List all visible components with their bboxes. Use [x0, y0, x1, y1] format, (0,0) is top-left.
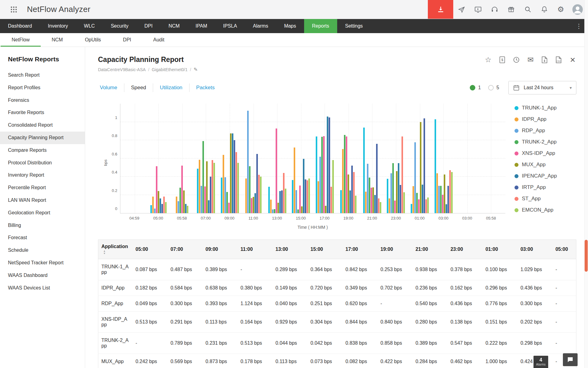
offers-gift-icon[interactable]	[507, 5, 516, 14]
sidebar-item-lan-wan-report[interactable]: LAN WAN Report	[0, 194, 85, 207]
billing-cost-icon[interactable]: $	[499, 56, 506, 64]
tab-packets[interactable]: Packets	[190, 83, 221, 92]
sort-icons[interactable]: ▲▼	[103, 250, 106, 255]
column-header-01-00-11[interactable]: 01:00	[482, 240, 517, 259]
column-header-15-00-6[interactable]: 15:00	[307, 240, 342, 259]
notifications-bell-icon[interactable]	[540, 5, 549, 14]
edit-pencil-icon[interactable]: ✎	[194, 67, 198, 72]
export-csv-icon[interactable]: CSV	[555, 56, 562, 64]
sidebar-item-netspeed-tracker-report[interactable]: NetSpeed Tracker Report	[0, 257, 85, 269]
subnav-item-ncm[interactable]: NCM	[41, 33, 74, 47]
tab-utilization[interactable]: Utilization	[153, 83, 190, 92]
sidebar-item-search-report[interactable]: Search Report	[0, 69, 85, 82]
nav-item-ncm[interactable]: NCM	[160, 19, 187, 33]
bar-irtp-app	[424, 118, 425, 213]
download-button[interactable]	[428, 0, 453, 19]
legend-item-mux-app[interactable]: MUX_App	[514, 162, 576, 168]
subnav-item-oputils[interactable]: OpUtils	[74, 33, 112, 47]
nav-item-security[interactable]: Security	[103, 19, 137, 33]
sidebar-item-compare-reports[interactable]: Compare Reports	[0, 144, 85, 157]
nav-item-ipsla[interactable]: IPSLA	[215, 19, 245, 33]
sidebar-item-waas-dashboard[interactable]: WAAS Dashboard	[0, 269, 85, 282]
legend-item-ipencap-app[interactable]: IPENCAP_App	[514, 173, 576, 179]
subnav-item-netflow[interactable]: NetFlow	[1, 33, 41, 47]
subnav-item-dpi[interactable]: DPI	[112, 33, 142, 47]
scrollbar-thumb[interactable]	[585, 240, 588, 272]
schedule-history-icon[interactable]	[513, 56, 520, 64]
column-header-09-00-3[interactable]: 09:00	[202, 240, 237, 259]
sidebar-item-forecast[interactable]: Forecast	[0, 232, 85, 244]
legend-item-xns-idp-app[interactable]: XNS-IDP_App	[514, 150, 576, 156]
legend-item-trunk-1-app[interactable]: TRUNK-1_App	[514, 105, 576, 111]
sidebar-item-report-profiles[interactable]: Report Profiles	[0, 82, 85, 94]
legend-dot	[514, 197, 518, 201]
column-header-23-00-10[interactable]: 23:00	[447, 240, 482, 259]
tab-speed[interactable]: Speed	[124, 83, 153, 92]
column-header-17-00-7[interactable]: 17:00	[342, 240, 377, 259]
sidebar-item-percentile-report[interactable]: Percentile Report	[0, 182, 85, 194]
column-header-07-00-2[interactable]: 07:00	[168, 240, 202, 259]
sidebar-item-waas-devices-list[interactable]: WAAS Devices List	[0, 282, 85, 294]
cell-value: 0.113 bps	[202, 312, 237, 333]
favorite-star-icon[interactable]: ☆	[484, 56, 492, 64]
sidebar-item-inventory-report[interactable]: Inventory Report	[0, 169, 85, 182]
sidebar-item-favorite-reports[interactable]: Favorite Reports	[0, 106, 85, 119]
nav-item-inventory[interactable]: Inventory	[40, 19, 76, 33]
demo-video-icon[interactable]	[473, 5, 483, 14]
legend-item-st-app[interactable]: ST_App	[514, 196, 576, 202]
send-feedback-icon[interactable]	[457, 5, 466, 14]
column-header-03-00-12[interactable]: 03:00	[517, 240, 552, 259]
column-header-19-00-8[interactable]: 19:00	[377, 240, 412, 259]
granularity-radio-5[interactable]: 5	[488, 85, 499, 90]
close-icon[interactable]: ×	[569, 56, 576, 64]
legend-item-rdp-app[interactable]: RDP_App	[514, 128, 576, 134]
sidebar-item-forensics[interactable]: Forensics	[0, 94, 85, 107]
tab-volume[interactable]: Volume	[98, 83, 124, 92]
email-report-icon[interactable]: ✉	[527, 56, 534, 64]
column-header-11-00-4[interactable]: 11:00	[237, 240, 272, 259]
sidebar-item-billing[interactable]: Billing	[0, 219, 85, 232]
nav-item-reports[interactable]: Reports	[304, 19, 337, 33]
apps-grid-icon[interactable]	[9, 5, 18, 14]
alarm-count-badge[interactable]: 4 Alarms	[533, 356, 548, 368]
cell-value: 0.100 bps	[482, 259, 517, 280]
header-actions: ⚙	[428, 0, 588, 19]
bar-emcon-app	[332, 160, 334, 213]
subnav-item-audit[interactable]: Audit	[142, 33, 175, 47]
legend-item-trunk-2-app[interactable]: TRUNK-2_App	[514, 139, 576, 145]
breadcrumb-device[interactable]: DataCentreV9Basic-ASA	[98, 67, 146, 72]
user-avatar[interactable]	[572, 4, 583, 15]
support-chat-button[interactable]	[563, 353, 578, 366]
breadcrumb-interface[interactable]: GigabitEthernet0/1	[152, 67, 188, 72]
support-headset-icon[interactable]	[490, 5, 499, 14]
nav-item-wlc[interactable]: WLC	[76, 19, 103, 33]
nav-item-dashboard[interactable]: Dashboard	[0, 19, 40, 33]
legend-item-irtp-app[interactable]: IRTP_App	[514, 184, 576, 190]
column-header-05-00-13[interactable]: 05:00	[552, 240, 576, 259]
search-icon[interactable]	[523, 5, 532, 14]
sidebar-item-schedule[interactable]: Schedule	[0, 244, 85, 257]
column-header-application[interactable]: Application▲▼	[98, 240, 133, 259]
nav-item-alarms[interactable]: Alarms	[245, 19, 276, 33]
column-header-13-00-5[interactable]: 13:00	[273, 240, 307, 259]
sidebar-item-consolidated-report[interactable]: Consolidated Report	[0, 119, 85, 132]
page-scrollbar[interactable]	[584, 0, 588, 368]
legend-label: TRUNK-2_App	[522, 139, 556, 145]
nav-item-maps[interactable]: Maps	[276, 19, 304, 33]
sidebar-title: NetFlow Reports	[0, 56, 85, 69]
legend-item-emcon-app[interactable]: EMCON_App	[514, 207, 576, 213]
sidebar-item-protocol-distribution[interactable]: Protocol Distribution	[0, 157, 85, 169]
bar-group-11:00	[242, 104, 266, 213]
granularity-radio-1[interactable]: 1	[470, 85, 481, 90]
legend-item-idpr-app[interactable]: IDPR_App	[514, 116, 576, 122]
export-pdf-icon[interactable]	[541, 56, 548, 64]
nav-item-settings[interactable]: Settings	[337, 19, 371, 33]
sidebar-item-capacity-planning-report[interactable]: Capacity Planning Report	[0, 132, 85, 144]
time-range-select[interactable]: Last 24 hours ▾	[508, 81, 576, 94]
column-header-21-00-9[interactable]: 21:00	[413, 240, 447, 259]
nav-item-dpi[interactable]: DPI	[136, 19, 160, 33]
column-header-05-00-1[interactable]: 05:00	[133, 240, 168, 259]
settings-gear-icon[interactable]: ⚙	[556, 5, 565, 14]
sidebar-item-geolocation-report[interactable]: Geolocation Report	[0, 207, 85, 219]
nav-item-ipam[interactable]: IPAM	[188, 19, 215, 33]
